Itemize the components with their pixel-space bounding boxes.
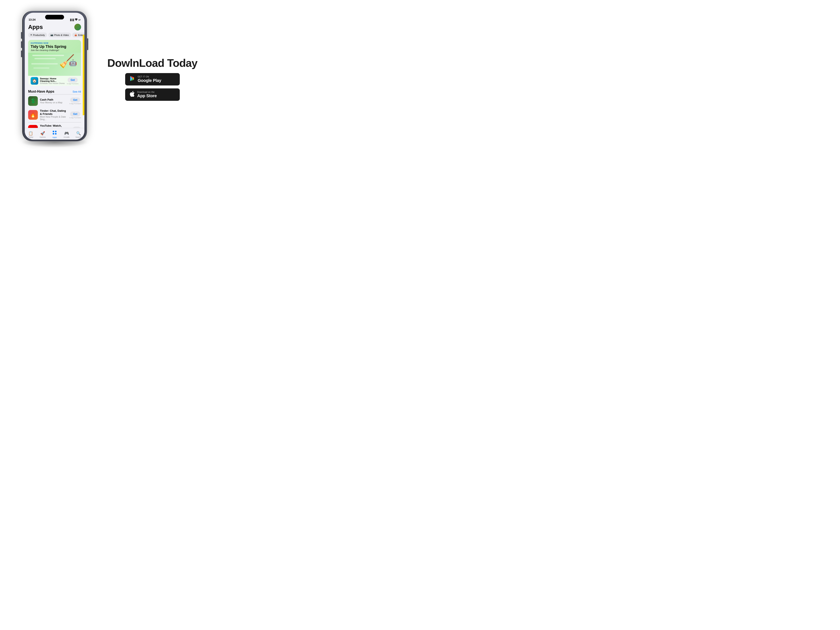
tab-productivity[interactable]: ✈ Productivity (28, 33, 47, 37)
tab-photo-video[interactable]: 📷 Photo & Video (48, 33, 71, 37)
app-item-tinder: 🔥 Tinder: Chat, Dating & Friends Meet Ne… (25, 107, 84, 122)
google-play-text: GET IT ON Google Play (138, 76, 161, 83)
yellow-bar (83, 35, 84, 115)
camera-icon: 📷 (51, 33, 53, 36)
phone-screen: 13:24 ▐▐▐ 87 Apps (25, 13, 84, 140)
phone-mockup: 13:24 ▐▐▐ 87 Apps (23, 11, 86, 141)
sweepy-app-row: 🏠 Sweepy: Home Cleaning Sch... Schedule … (28, 76, 81, 86)
google-play-icon (129, 76, 135, 83)
tab-bar: 📋 Today 🚀 Games (25, 128, 84, 140)
must-have-title: Must-Have Apps (28, 90, 54, 93)
tab-search[interactable]: 🔍 Search (73, 129, 84, 138)
apps-icon (52, 131, 57, 136)
battery-icon: 87 (79, 19, 81, 21)
category-tabs: ✈ Productivity 📷 Photo & Video 🎪 Enterta… (25, 32, 84, 38)
avatar[interactable] (74, 24, 81, 30)
cashpath-get-button[interactable]: Get (70, 98, 80, 103)
app-item-youtube: ▶ YouTube: Watch, Listen, Stream Videos,… (25, 122, 84, 128)
status-time: 13:24 (28, 18, 35, 21)
svg-rect-7 (55, 133, 57, 134)
cashpath-icon: 💲 (28, 96, 38, 106)
entertainment-icon: 🎪 (74, 33, 77, 36)
sweepy-get-wrap: Get In-App Purchases (67, 77, 79, 84)
happening-label: HAPPENING NOW (28, 40, 81, 44)
tinder-get-button[interactable]: Get (70, 111, 80, 116)
download-title: DowlnLoad Today (107, 57, 197, 69)
app-item-cashpath: 💲 Cash Path Your Money on a Map Get In-A… (25, 94, 84, 107)
sweepy-icon: 🏠 (31, 77, 38, 85)
screen-content[interactable]: Apps ✈ Productivity 📷 Photo & Video 🎪 (25, 22, 84, 128)
screen-title: Apps (28, 24, 43, 30)
google-play-button[interactable]: GET IT ON Google Play (125, 73, 180, 85)
tinder-info: Tinder: Chat, Dating & Friends Meet New … (40, 109, 67, 120)
tab-apps[interactable]: Apps (49, 129, 61, 138)
happening-title: Tidy Up This Spring (28, 44, 81, 49)
today-icon: 📋 (28, 131, 33, 136)
cashpath-info: Cash Path Your Money on a Map (40, 98, 67, 104)
happening-image: 🧹 🤖 (28, 53, 81, 76)
store-buttons: GET IT ON Google Play Download on the Ap… (125, 73, 180, 101)
section-header-must-have: Must-Have Apps See All (25, 88, 84, 94)
youtube-info: YouTube: Watch, Listen, Stream Videos, M… (40, 124, 70, 128)
happening-subtitle: Join the cleaning challenge! (28, 49, 81, 53)
right-section: DowlnLoad Today GET IT ON Google Play (107, 57, 197, 101)
apple-icon (129, 91, 135, 98)
status-icons: ▐▐▐ 87 (69, 19, 81, 21)
see-all-link[interactable]: See All (73, 90, 81, 93)
phone-outer: 13:24 ▐▐▐ 87 Apps (23, 11, 86, 141)
search-icon: 🔍 (76, 131, 81, 136)
sweepy-info: Sweepy: Home Cleaning Sch... Schedule Yo… (40, 77, 65, 84)
dynamic-island (45, 15, 64, 19)
robot-body-icon: 🤖 (69, 59, 77, 66)
app-store-button[interactable]: Download on the App Store (125, 88, 180, 101)
screen-header: Apps (25, 22, 84, 32)
sweepy-get-button[interactable]: Get (68, 77, 78, 82)
productivity-icon: ✈ (30, 33, 32, 36)
svg-rect-5 (55, 131, 57, 132)
arcade-icon: 🎮 (64, 131, 69, 136)
tab-games[interactable]: 🚀 Games (37, 129, 49, 138)
games-icon: 🚀 (40, 131, 45, 136)
tab-today[interactable]: 📋 Today (25, 129, 37, 138)
happening-section: HAPPENING NOW Tidy Up This Spring Join t… (28, 40, 81, 86)
tab-arcade[interactable]: 🎮 Arcade (60, 129, 73, 138)
app-store-text: Download on the App Store (137, 91, 157, 98)
wifi-icon (75, 19, 78, 21)
tinder-icon: 🔥 (28, 110, 38, 120)
youtube-icon: ▶ (28, 125, 38, 128)
signal-icon: ▐▐▐ (69, 19, 74, 21)
svg-rect-6 (53, 133, 54, 134)
svg-rect-4 (53, 131, 54, 132)
